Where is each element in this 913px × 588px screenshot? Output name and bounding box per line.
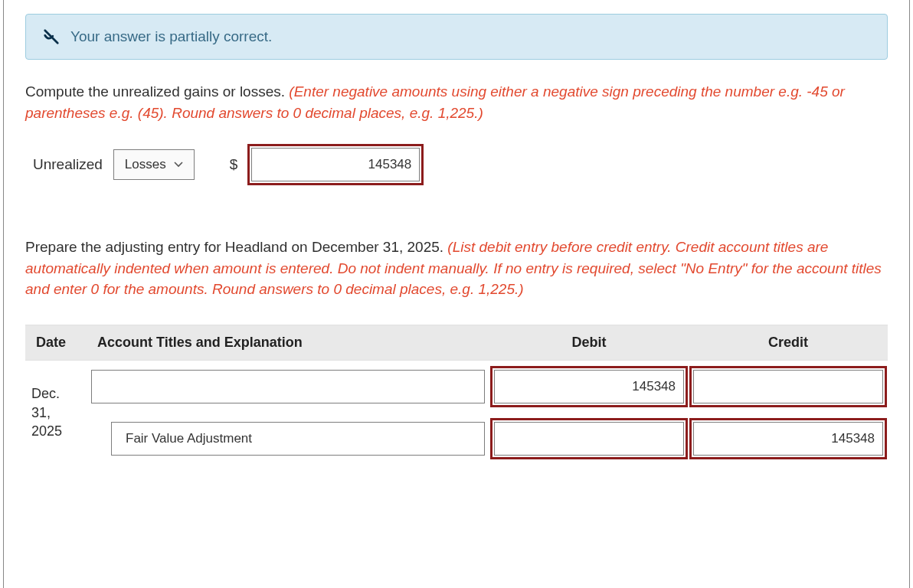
credit-input-2[interactable] — [693, 422, 883, 456]
journal-entry-table: Date Account Titles and Explanation Debi… — [25, 325, 888, 465]
table-row: Dec. 31, 2025 — [25, 360, 888, 413]
section1-prompt-main: Compute the unrealized gains or losses. — [25, 83, 289, 100]
account-title-input-2[interactable] — [111, 422, 485, 456]
partial-correct-alert: Your answer is partially correct. — [25, 14, 888, 60]
unrealized-row: Unrealized Losses $ — [33, 148, 888, 181]
section2-prompt: Prepare the adjusting entry for Headland… — [25, 237, 888, 300]
partial-correct-icon — [43, 28, 60, 45]
th-date: Date — [25, 325, 87, 360]
entry-date: Dec. 31, 2025 — [25, 360, 87, 465]
th-acct: Account Titles and Explanation — [87, 325, 489, 360]
table-row — [25, 413, 888, 465]
question-frame: Your answer is partially correct. Comput… — [3, 0, 910, 588]
unrealized-label: Unrealized — [33, 156, 103, 173]
unrealized-select-value: Losses — [125, 157, 166, 172]
section2-prompt-main: Prepare the adjusting entry for Headland… — [25, 239, 447, 255]
account-title-input-1[interactable] — [91, 370, 485, 403]
section1-prompt: Compute the unrealized gains or losses. … — [25, 81, 888, 123]
unrealized-select[interactable]: Losses — [113, 149, 195, 180]
table-header-row: Date Account Titles and Explanation Debi… — [25, 325, 888, 360]
th-debit: Debit — [489, 325, 689, 360]
debit-input-2[interactable] — [494, 422, 684, 456]
alert-text: Your answer is partially correct. — [70, 28, 272, 45]
unrealized-amount-input[interactable] — [251, 148, 420, 181]
th-credit: Credit — [689, 325, 888, 360]
credit-input-1[interactable] — [693, 370, 883, 403]
chevron-down-icon — [174, 162, 183, 168]
debit-input-1[interactable] — [494, 370, 684, 403]
currency-symbol: $ — [230, 156, 238, 173]
